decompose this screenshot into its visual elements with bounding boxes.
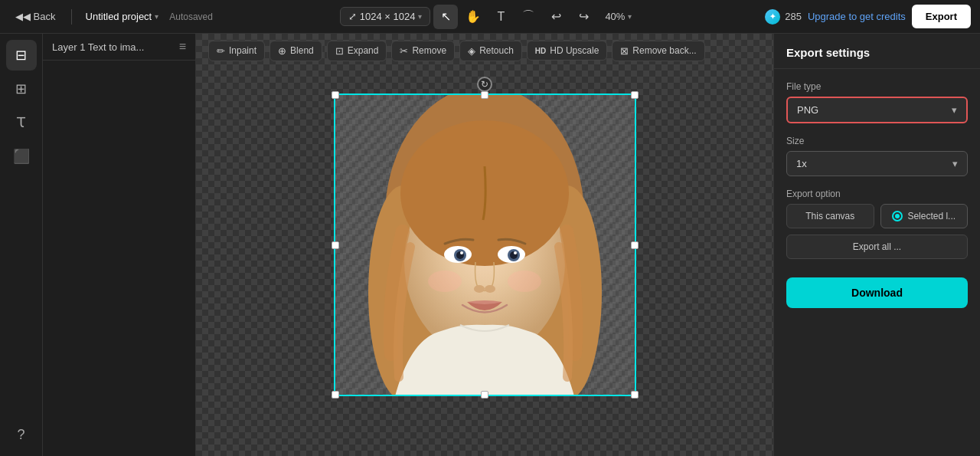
remove-bg-icon: ⊠ [620,45,629,57]
back-label: ◀ Back [23,11,56,22]
secondary-toolbar: ✏ Inpaint ⊕ Blend ⊡ Expand ✂ Remove ◈ Re… [196,34,773,67]
text-icon: T [498,10,505,24]
redo-button[interactable]: ↪ [571,5,596,29]
svg-point-18 [514,251,517,254]
upscale-label: HD Upscale [550,45,599,56]
radio-dot-fill [895,214,900,218]
sidebar-text-icon[interactable]: Ꚍ [6,107,37,138]
autosaved-label: Autosaved [169,11,213,22]
remove-bg-button[interactable]: ⊠ Remove back... [612,41,704,61]
layers-panel: Layer 1 Text to ima... ≡ [43,34,196,456]
svg-point-21 [428,271,462,292]
expand-button[interactable]: ⊡ Expand [327,41,387,61]
resize-icon: ⤢ [348,11,357,22]
undo-icon: ↩ [551,9,561,24]
svg-point-19 [474,285,485,293]
layers-header: Layer 1 Text to ima... ≡ [43,34,195,61]
retouch-icon: ◈ [468,45,475,57]
size-value: 1x [796,158,807,169]
pen-icon: ⌒ [522,8,534,25]
retouch-button[interactable]: ◈ Retouch [459,41,522,61]
upgrade-link[interactable]: Upgrade to get credits [808,11,906,22]
expand-label: Expand [348,45,379,56]
inpaint-button[interactable]: ✏ Inpaint [208,41,265,61]
upscale-button[interactable]: HD HD Upscale [527,41,607,61]
inpaint-icon: ✏ [217,45,225,57]
remove-label: Remove [412,45,446,56]
blend-icon: ⊕ [278,45,286,57]
type-icon: Ꚍ [17,114,25,131]
canvas-area[interactable]: ✏ Inpaint ⊕ Blend ⊡ Expand ✂ Remove ◈ Re… [196,34,773,456]
image-stack-icon: ⊞ [15,80,27,97]
chevron-down-icon-zoom: ▾ [628,12,632,21]
credits-count: 285 [785,11,802,22]
this-canvas-button[interactable]: This canvas [786,204,874,228]
zoom-value: 40% [605,11,625,22]
text-tool-button[interactable]: T [488,5,513,29]
chevron-down-icon: ▾ [155,12,158,21]
question-icon: ? [17,427,24,443]
export-option-section: Export option This canvas Selected l... … [786,189,968,259]
sidebar-layers-icon[interactable]: ⊟ [6,40,37,71]
file-type-select[interactable]: PNG ▾ [786,97,968,123]
credits-area: ✦ 285 [765,9,802,25]
svg-point-20 [485,285,495,293]
hand-tool-button[interactable]: ✋ [461,5,485,29]
sidebar-help-icon[interactable]: ? [6,419,37,450]
main-content: ⊟ ⊞ Ꚍ ⬛ ? Layer 1 Text to ima... ≡ ✏ Inp [0,34,980,456]
inpaint-label: Inpaint [229,45,256,56]
cursor-icon: ↖ [441,9,451,24]
file-type-value: PNG [797,104,818,116]
download-button[interactable]: Download [786,277,968,308]
file-type-label: File type [786,81,968,92]
size-select[interactable]: 1x ▾ [786,151,968,176]
remove-button[interactable]: ✂ Remove [391,41,455,61]
svg-point-22 [508,271,541,292]
project-name-button[interactable]: Untitled project ▾ [81,8,164,25]
export-all-label: Export all ... [853,241,901,252]
export-button[interactable]: Export [912,5,971,28]
export-panel-body: File type PNG ▾ Size 1x ▾ Export option [774,69,980,320]
remove-bg-label: Remove back... [632,45,696,56]
select-tool-button[interactable]: ↖ [433,5,458,29]
svg-point-17 [460,251,463,254]
zoom-control[interactable]: 40% ▾ [599,8,638,25]
export-option-label: Export option [786,189,968,199]
project-name-text: Untitled project [86,11,152,22]
credits-icon: ✦ [765,9,780,25]
layers-icon: ⊟ [15,47,27,64]
selected-label: Selected l... [907,211,956,221]
expand-icon: ⊡ [335,45,344,57]
size-label: Size [786,136,968,146]
upscale-icon: HD [535,47,546,55]
undo-button[interactable]: ↩ [544,5,568,29]
canvas-size-text: 1024 × 1024 [360,11,416,22]
export-panel: Export settings File type PNG ▾ Size 1x … [773,34,980,456]
blend-button[interactable]: ⊕ Blend [270,41,322,61]
back-button[interactable]: ◀ ◀ Back [9,8,62,25]
sidebar-shapes-icon[interactable]: ⬛ [6,141,37,172]
top-toolbar: ◀ ◀ Back Untitled project ▾ Autosaved ⤢ … [0,0,980,34]
radio-selected-icon [892,211,903,221]
redo-icon: ↪ [579,9,589,24]
selected-layer-button[interactable]: Selected l... [880,204,969,228]
canvas-size-button[interactable]: ⤢ 1024 × 1024 ▾ [340,7,431,26]
export-option-group: This canvas Selected l... Export all ... [786,204,968,259]
chevron-down-icon-filetype: ▾ [952,104,957,116]
blend-label: Blend [290,45,314,56]
this-canvas-label: This canvas [805,211,854,221]
export-all-button[interactable]: Export all ... [786,235,968,259]
export-panel-title: Export settings [774,34,980,69]
sidebar-assets-icon[interactable]: ⊞ [6,74,37,104]
layers-menu-icon[interactable]: ≡ [179,40,186,54]
divider [71,9,72,25]
file-type-section: File type PNG ▾ [786,81,968,123]
back-icon: ◀ [15,11,23,22]
canvas-image [334,93,636,396]
shapes-icon: ⬛ [13,148,30,165]
chevron-down-icon-2: ▾ [418,12,422,21]
hand-icon: ✋ [466,9,481,24]
canvas-image-container[interactable]: ↻ [334,93,636,396]
pen-tool-button[interactable]: ⌒ [516,5,541,29]
left-sidebar: ⊟ ⊞ Ꚍ ⬛ ? [0,34,43,456]
